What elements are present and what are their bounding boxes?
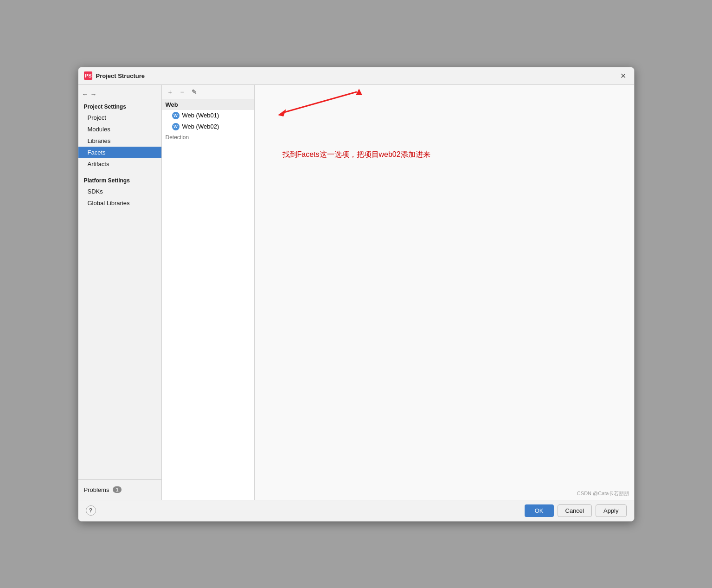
facets-toolbar: + − ✎ — [162, 85, 254, 99]
sidebar-item-facets[interactable]: Facets — [78, 147, 161, 158]
sidebar: ← → Project Settings Project Modules Lib… — [78, 85, 162, 500]
apply-button[interactable]: Apply — [596, 504, 627, 517]
sidebar-item-project[interactable]: Project — [78, 112, 161, 123]
add-facet-button[interactable]: + — [165, 87, 176, 97]
facets-panel: + − ✎ Web W Web (Web01) W Web (Web02) De… — [162, 85, 255, 500]
title-bar-left: PS Project Structure — [84, 71, 145, 80]
help-button[interactable]: ? — [86, 505, 96, 516]
facets-item-label-2: Web (Web02) — [182, 123, 219, 130]
forward-button[interactable]: → — [90, 90, 97, 98]
sidebar-item-modules[interactable]: Modules — [78, 123, 161, 135]
problems-badge: 1 — [113, 486, 121, 493]
dialog-title: Project Structure — [96, 72, 145, 79]
annotation-text: 找到Facets这一选项，把项目web02添加进来 — [282, 150, 430, 160]
sidebar-item-artifacts[interactable]: Artifacts — [78, 158, 161, 170]
content-area: 找到Facets这一选项，把项目web02添加进来 CSDN @Cata卡若朋朋 — [255, 85, 634, 500]
facets-group-web: Web — [162, 99, 254, 110]
edit-facet-button[interactable]: ✎ — [189, 87, 200, 97]
web-facet-icon: W — [172, 112, 180, 119]
sidebar-item-global-libraries[interactable]: Global Libraries — [78, 197, 161, 209]
bottom-bar: ? OK Cancel Apply — [78, 500, 634, 521]
project-structure-dialog: PS Project Structure ✕ ← → Project Setti… — [78, 67, 635, 522]
platform-settings-header: Platform Settings — [78, 174, 161, 186]
bottom-left: ? — [86, 505, 96, 516]
back-button[interactable]: ← — [82, 90, 89, 98]
title-bar: PS Project Structure ✕ — [78, 67, 634, 85]
problems-row[interactable]: Problems 1 — [78, 484, 161, 496]
close-button[interactable]: ✕ — [618, 71, 629, 81]
facets-item-web01[interactable]: W Web (Web01) — [162, 110, 254, 121]
svg-marker-3 — [278, 109, 286, 116]
svg-text:PS: PS — [85, 73, 92, 78]
main-content: ← → Project Settings Project Modules Lib… — [78, 85, 634, 500]
watermark: CSDN @Cata卡若朋朋 — [577, 490, 629, 497]
red-arrow-annotation — [255, 85, 385, 127]
bottom-right: OK Cancel Apply — [525, 504, 627, 517]
svg-line-2 — [282, 92, 357, 113]
app-icon: PS — [84, 71, 92, 80]
sidebar-bottom: Problems 1 — [78, 479, 161, 500]
ok-button[interactable]: OK — [525, 504, 554, 517]
sidebar-item-libraries[interactable]: Libraries — [78, 135, 161, 147]
sidebar-item-sdks[interactable]: SDKs — [78, 186, 161, 197]
facets-item-web02[interactable]: W Web (Web02) — [162, 121, 254, 132]
remove-facet-button[interactable]: − — [177, 87, 188, 97]
project-settings-header: Project Settings — [78, 101, 161, 112]
facets-item-label: Web (Web01) — [182, 112, 219, 119]
web-facet-icon-2: W — [172, 123, 180, 130]
facets-list: Web W Web (Web01) W Web (Web02) Detectio… — [162, 99, 254, 500]
problems-label: Problems — [84, 486, 109, 493]
cancel-button[interactable]: Cancel — [558, 504, 592, 517]
detection-label: Detection — [162, 132, 254, 142]
svg-marker-4 — [356, 89, 362, 95]
